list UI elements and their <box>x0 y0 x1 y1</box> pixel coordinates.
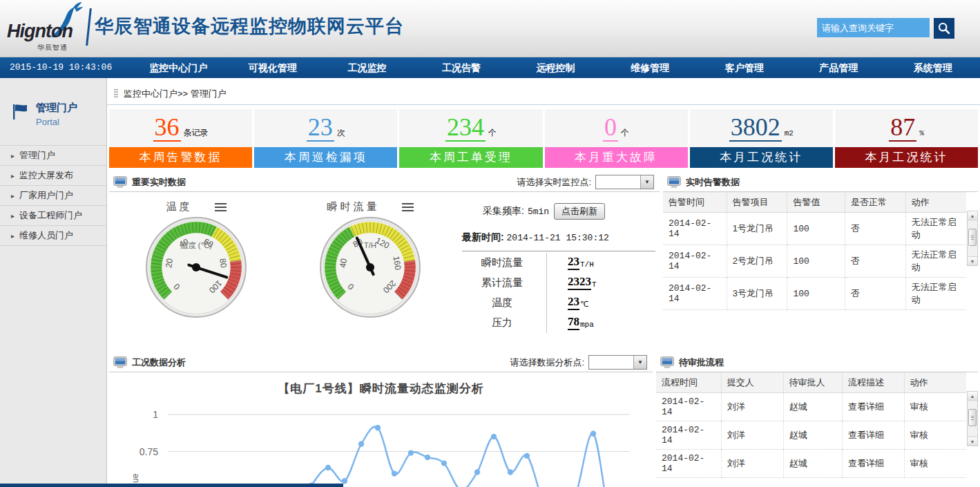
column-header: 动作 <box>904 373 966 393</box>
column-header: 流程时间 <box>656 373 721 393</box>
nav-item-9[interactable]: 系统管理 <box>886 57 980 78</box>
column-header: 提交人 <box>721 373 783 393</box>
latest-time-row: 最新时间: 2014-11-21 15:30:12 <box>462 231 655 251</box>
stat-label-button[interactable]: 本月工况统计 <box>835 147 978 168</box>
nav-item-1[interactable]: 监控中心门户 <box>131 57 226 78</box>
table-cell: 赵城 <box>783 421 842 450</box>
frequency-label: 采集频率: <box>483 205 524 218</box>
scroll-thumb[interactable] <box>968 229 977 246</box>
reading-unit: T/H <box>580 260 594 269</box>
sidebar-item-4[interactable]: ▸设备工程师门户 <box>0 205 106 225</box>
analysis-point-select[interactable]: ▼ <box>588 355 647 370</box>
stat-label-button[interactable]: 本周巡检漏项 <box>254 147 397 168</box>
stat-value-area: 3802m2 <box>690 109 833 147</box>
nav-item-7[interactable]: 客户管理 <box>697 57 791 78</box>
nav-menu: 监控中心门户可视化管理工况监控工况告警远程控制维修管理客户管理产品管理系统管理 <box>131 57 980 78</box>
panel-title: 实时告警数据 <box>686 176 740 189</box>
sidebar-item-2[interactable]: ▸监控大屏发布 <box>0 165 106 185</box>
reading-value-cell: 2323T <box>546 273 597 293</box>
scrollbar[interactable]: ▲ ▼ <box>967 391 978 446</box>
svg-text:0.75: 0.75 <box>140 446 158 457</box>
scroll-up-icon[interactable]: ▲ <box>968 211 977 220</box>
reading-row: 累计流量2323T <box>458 273 655 293</box>
reading-row: 瞬时流量23T/H <box>458 253 655 273</box>
monitor-icon <box>660 356 674 368</box>
table-cell: 查看详细 <box>842 393 904 421</box>
scroll-up-icon[interactable]: ▲ <box>968 392 977 401</box>
reading-value: 78 <box>568 316 579 330</box>
realtime-panel-header: 重要实时数据 请选择实时监控点: ▼ <box>109 173 660 192</box>
select-label: 请选择实时监控点: <box>517 176 591 189</box>
alarm-table: 告警时间告警项目告警值是否正常动作2014-02-141号龙门吊100否无法正常… <box>663 192 966 310</box>
panel-title: 待审批流程 <box>679 356 724 369</box>
stat-label-button[interactable]: 本周告警数据 <box>109 147 252 168</box>
hamburger-menu-icon[interactable] <box>402 203 414 211</box>
scroll-grip-icon <box>971 416 974 420</box>
stat-unit: % <box>919 129 924 137</box>
column-header: 流程描述 <box>842 373 904 393</box>
stat-number: 23 <box>307 115 334 142</box>
sidebar-item-1[interactable]: ▸管理门户 <box>0 145 106 165</box>
page: Hignton 华辰智通 华辰智通设备远程监控物联网云平台 2015-10-19… <box>0 0 980 487</box>
sidebar-item-3[interactable]: ▸厂家用户门户 <box>0 185 106 205</box>
stat-unit: 个 <box>488 127 497 139</box>
table-cell: 刘洋 <box>721 393 783 421</box>
reading-value: 2323 <box>568 276 591 290</box>
table-row: 2014-02-14刘洋赵城查看详细审核 <box>656 421 966 450</box>
table-cell: 赵城 <box>783 393 842 421</box>
search-input[interactable] <box>817 18 930 37</box>
table-cell: 2014-02-14 <box>663 213 727 245</box>
scroll-thumb[interactable] <box>968 409 977 426</box>
arrow-right-icon: ▸ <box>11 212 15 220</box>
table-row: 2014-02-143号龙门吊100否无法正常启动 <box>663 278 966 310</box>
reading-unit: T <box>592 280 597 289</box>
stat-card-2: 23次本周巡检漏项 <box>254 109 397 168</box>
gauge-title: 温度 <box>166 200 193 213</box>
nav-item-2[interactable]: 可视化管理 <box>226 57 320 78</box>
table-cell: 100 <box>787 245 845 278</box>
hamburger-menu-icon[interactable] <box>215 203 227 211</box>
nav-item-6[interactable]: 维修管理 <box>603 57 698 78</box>
monitor-point-select-group: 请选择实时监控点: ▼ <box>517 175 654 189</box>
stat-card-4: 0个本月重大故障 <box>545 109 688 168</box>
monitor-point-select[interactable]: ▼ <box>595 175 654 189</box>
readings-table: 瞬时流量23T/H累计流量2323T温度23℃压力78mpa <box>458 253 655 333</box>
stat-unit: m2 <box>785 129 794 137</box>
table-cell: 查看详细 <box>842 450 904 478</box>
analysis-panel: 工况数据分析 请选择数据分析点: ▼ 【电厂1号线】瞬时流量动态监测分析 10.… <box>109 353 653 487</box>
scrollbar[interactable]: ▲ ▼ <box>967 211 978 266</box>
column-header: 待审批人 <box>783 373 842 393</box>
analysis-point-select-group: 请选择数据分析点: ▼ <box>510 355 647 370</box>
refresh-button[interactable]: 点击刷新 <box>554 203 605 220</box>
table-cell: 查看详细 <box>842 421 904 450</box>
arrow-right-icon: ▸ <box>11 232 15 240</box>
nav-item-8[interactable]: 产品管理 <box>791 57 886 78</box>
gauge-dial: 04080120160200T/H <box>318 215 423 320</box>
reading-value: 23 <box>568 296 579 310</box>
approval-panel: 待审批流程 流程时间提交人待审批人流程描述动作2014-02-14刘洋赵城查看详… <box>656 353 978 487</box>
stat-label-button[interactable]: 本月重大故障 <box>545 147 688 168</box>
scroll-down-icon[interactable]: ▼ <box>968 256 977 265</box>
nav-item-4[interactable]: 工况告警 <box>414 57 509 78</box>
nav-item-5[interactable]: 远程控制 <box>508 57 603 78</box>
table-cell: 否 <box>845 278 905 310</box>
reading-name: 累计流量 <box>458 276 546 289</box>
reading-row: 温度23℃ <box>458 293 655 313</box>
nav-item-3[interactable]: 工况监控 <box>320 57 414 78</box>
sidebar-item-5[interactable]: ▸维修人员门户 <box>0 225 106 245</box>
scroll-down-icon[interactable]: ▼ <box>968 437 977 446</box>
chevron-down-icon[interactable]: ▼ <box>633 356 646 369</box>
chevron-down-icon[interactable]: ▼ <box>640 175 653 189</box>
select-label: 请选择数据分析点: <box>510 356 584 369</box>
approval-table: 流程时间提交人待审批人流程描述动作2014-02-14刘洋赵城查看详细审核201… <box>656 372 966 478</box>
stat-label-button[interactable]: 本周工单受理 <box>399 147 542 168</box>
alarm-panel-header: 实时告警数据 <box>663 173 978 192</box>
stat-label-button[interactable]: 本月工况统计 <box>690 147 833 168</box>
portal-subtitle: Portal <box>36 117 77 127</box>
search-button[interactable] <box>934 18 954 39</box>
table-cell: 2014-02-14 <box>656 450 721 478</box>
table-cell: 刘洋 <box>721 450 783 478</box>
latest-time-value: 2014-11-21 15:30:12 <box>507 233 609 243</box>
reading-row: 压力78mpa <box>458 313 655 333</box>
logo: Hignton 华辰智通 <box>6 3 90 54</box>
